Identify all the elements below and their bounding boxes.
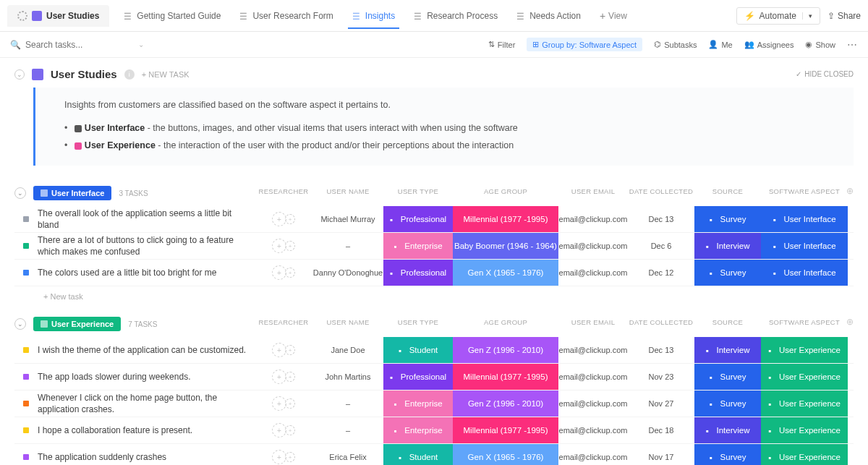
- researcher-cell[interactable]: ++: [255, 212, 312, 226]
- collapse-icon[interactable]: ⌄: [14, 69, 25, 80]
- task-row[interactable]: The colors used are a little bit too bri…: [14, 260, 854, 286]
- aspect-cell[interactable]: ▪User Experience: [761, 444, 848, 465]
- aspect-cell[interactable]: ▪User Interface: [761, 233, 848, 259]
- me-button[interactable]: 👤Me: [708, 40, 732, 49]
- user-type-cell[interactable]: ▪Enterprise: [383, 233, 453, 259]
- age-group-cell[interactable]: Millennial (1977 -1995): [453, 206, 558, 232]
- researcher-cell[interactable]: ++: [255, 450, 312, 464]
- researcher-cell[interactable]: ++: [255, 423, 312, 438]
- search-icon: 🔍: [10, 40, 21, 50]
- source-cell[interactable]: ▪Interview: [694, 233, 761, 259]
- add-view-button[interactable]: + View: [591, 4, 636, 27]
- tab-home[interactable]: User Studies: [7, 5, 109, 27]
- task-row[interactable]: The application suddenly crashes ++ Eric…: [14, 444, 854, 465]
- user-name-cell: Michael Murray: [312, 215, 383, 223]
- avatar-placeholder-icon: +: [285, 345, 295, 355]
- collapse-icon[interactable]: ⌄: [14, 187, 26, 199]
- aspect-cell[interactable]: ▪User Experience: [761, 391, 848, 417]
- tab-user-research-form[interactable]: ☰User Research Form: [231, 4, 341, 28]
- subtasks-button[interactable]: ⌬Subtasks: [654, 40, 697, 49]
- task-row[interactable]: There are a lot of buttons to click goin…: [14, 233, 854, 260]
- researcher-cell[interactable]: ++: [255, 343, 312, 357]
- task-name[interactable]: The overall look of the application seem…: [38, 208, 255, 231]
- tag-icon: ▪: [710, 373, 717, 380]
- user-type-cell[interactable]: ▪Student: [383, 444, 453, 465]
- task-row[interactable]: I hope a collaboration feature is presen…: [14, 417, 854, 444]
- researcher-cell[interactable]: ++: [255, 239, 312, 253]
- group-pill[interactable]: User Interface: [33, 186, 111, 200]
- user-type-cell[interactable]: ▪Professional: [383, 206, 453, 232]
- aspect-cell[interactable]: ▪User Interface: [761, 260, 848, 286]
- aspect-cell[interactable]: ▪User Experience: [761, 364, 848, 390]
- info-icon[interactable]: i: [124, 69, 135, 80]
- researcher-cell[interactable]: ++: [255, 370, 312, 384]
- search-input[interactable]: [25, 40, 127, 50]
- task-row[interactable]: The app loads slower during weekends. ++…: [14, 364, 854, 391]
- tab-insights[interactable]: ☰Insights: [344, 4, 404, 28]
- task-row[interactable]: The overall look of the application seem…: [14, 206, 854, 233]
- add-column-icon[interactable]: ⊕: [846, 186, 854, 196]
- user-type-cell[interactable]: ▪Professional: [383, 260, 453, 286]
- user-type-cell[interactable]: ▪Enterprise: [383, 391, 453, 417]
- person-icon: [32, 11, 42, 21]
- user-type-cell[interactable]: ▪Professional: [383, 364, 453, 390]
- aspect-cell[interactable]: ▪User Experience: [761, 337, 848, 363]
- source-cell[interactable]: ▪Survey: [694, 444, 761, 465]
- source-cell[interactable]: ▪Survey: [694, 391, 761, 417]
- groupby-button[interactable]: ⊞Group by: Software Aspect: [527, 38, 642, 51]
- task-row[interactable]: Whenever I click on the home page button…: [14, 391, 854, 417]
- status-square[interactable]: [14, 454, 38, 460]
- add-column-icon[interactable]: ⊕: [846, 317, 854, 327]
- source-cell[interactable]: ▪Interview: [694, 337, 761, 363]
- hide-closed-toggle[interactable]: ✓ HIDE CLOSED: [796, 70, 854, 78]
- researcher-cell[interactable]: ++: [255, 396, 312, 411]
- age-group-cell[interactable]: Gen X (1965 - 1976): [453, 444, 558, 465]
- more-icon[interactable]: ⋯: [847, 39, 858, 51]
- new-task-button[interactable]: + New task: [14, 286, 854, 301]
- status-square[interactable]: [14, 243, 38, 249]
- age-group-cell[interactable]: Millennial (1977 -1995): [453, 364, 558, 390]
- age-group-cell[interactable]: Gen Z (1996 - 2010): [453, 337, 558, 363]
- status-square[interactable]: [14, 216, 38, 222]
- filter-button[interactable]: ⇅Filter: [488, 40, 515, 49]
- user-type-cell[interactable]: ▪Enterprise: [383, 417, 453, 443]
- task-name[interactable]: I hope a collaboration feature is presen…: [38, 425, 255, 436]
- collapse-icon[interactable]: ⌄: [14, 318, 26, 330]
- task-row[interactable]: I wish the theme of the application can …: [14, 337, 854, 364]
- tab-getting-started-guide[interactable]: ☰Getting Started Guide: [115, 4, 229, 28]
- task-count: 3 TASKS: [119, 189, 148, 197]
- status-square[interactable]: [14, 347, 38, 353]
- user-type-cell[interactable]: ▪Student: [383, 337, 453, 363]
- researcher-cell[interactable]: ++: [255, 265, 312, 280]
- status-square[interactable]: [14, 427, 38, 433]
- age-group-cell[interactable]: Gen Z (1996 - 2010): [453, 391, 558, 417]
- source-cell[interactable]: ▪Survey: [694, 364, 761, 390]
- assignees-button[interactable]: 👥Assignees: [744, 40, 794, 49]
- source-cell[interactable]: ▪Survey: [694, 260, 761, 286]
- task-name[interactable]: The app loads slower during weekends.: [38, 371, 255, 383]
- group-pill[interactable]: User Experience: [33, 317, 121, 331]
- status-square[interactable]: [14, 374, 38, 380]
- source-cell[interactable]: ▪Survey: [694, 206, 761, 232]
- task-name[interactable]: The colors used are a little bit too bri…: [38, 267, 255, 278]
- task-name[interactable]: The application suddenly crashes: [38, 451, 255, 463]
- age-group-cell[interactable]: Baby Boomer (1946 - 1964): [453, 233, 558, 259]
- share-button[interactable]: ⇪ Share: [827, 11, 861, 21]
- new-task-link[interactable]: + NEW TASK: [142, 70, 190, 79]
- status-square[interactable]: [14, 401, 38, 406]
- aspect-cell[interactable]: ▪User Interface: [761, 206, 848, 232]
- automate-button[interactable]: ⚡ Automate ▾: [736, 7, 820, 25]
- age-group-cell[interactable]: Gen X (1965 - 1976): [453, 260, 558, 286]
- task-name[interactable]: Whenever I click on the home page button…: [38, 392, 255, 415]
- status-square[interactable]: [14, 270, 38, 276]
- chevron-down-icon[interactable]: ⌄: [138, 40, 144, 48]
- task-name[interactable]: There are a lot of buttons to click goin…: [38, 234, 255, 257]
- show-button[interactable]: ◉Show: [805, 40, 835, 49]
- source-cell[interactable]: ▪Interview: [694, 417, 761, 443]
- aspect-cell[interactable]: ▪User Experience: [761, 417, 848, 443]
- chevron-down-icon[interactable]: ▾: [802, 12, 812, 20]
- tab-research-process[interactable]: ☰Research Process: [405, 4, 506, 28]
- task-name[interactable]: I wish the theme of the application can …: [38, 344, 255, 356]
- tab-needs-action[interactable]: ☰Needs Action: [508, 4, 590, 28]
- age-group-cell[interactable]: Millennial (1977 -1995): [453, 417, 558, 443]
